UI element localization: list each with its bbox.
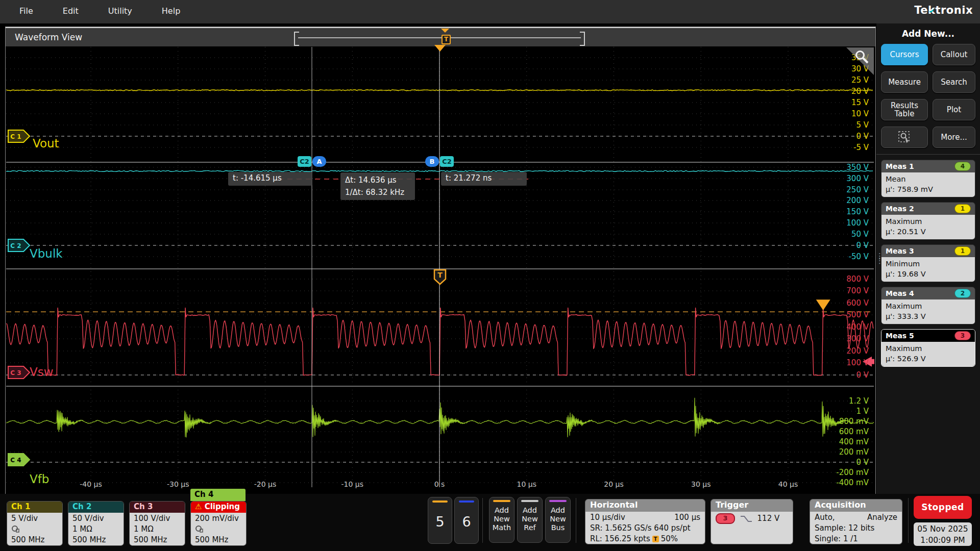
- channel-name-label-vsw[interactable]: Vsw: [30, 365, 54, 379]
- scale-label: 0 V: [826, 370, 869, 380]
- panel-drag-handle[interactable]: ⋮⋮: [876, 254, 884, 263]
- scale-label: 5 V: [826, 120, 869, 130]
- time-axis-label: 40 µs: [765, 480, 811, 488]
- scale-label: 600 V: [826, 298, 869, 308]
- scale-label: 15 V: [826, 98, 869, 107]
- scale-label: -200 mV: [826, 468, 869, 477]
- scale-label: 200 V: [826, 196, 869, 205]
- scale-label: 200 mV: [826, 447, 869, 457]
- scale-label: 400 mV: [826, 437, 869, 446]
- svg-text:C 3: C 3: [10, 369, 21, 377]
- cursor-a-source-badge[interactable]: C2: [298, 156, 311, 167]
- inv-delta-t-value: 1/Δt: 68.32 kHz: [345, 186, 410, 198]
- scale-label: 400 V: [826, 322, 869, 332]
- magnifier-icon[interactable]: [854, 49, 870, 65]
- scale-label: 600 mV: [826, 427, 869, 436]
- svg-text:T: T: [437, 271, 443, 279]
- svg-text:C 1: C 1: [10, 133, 21, 140]
- trigger-level-arrow-tail: [871, 359, 874, 364]
- svg-text:C 4: C 4: [10, 457, 21, 464]
- waveform-ch3-vsw: [6, 308, 873, 375]
- channel-name-label-vbulk[interactable]: Vbulk: [30, 247, 63, 260]
- scale-label: 800 mV: [826, 417, 869, 426]
- scale-label: 500 V: [826, 310, 869, 319]
- channel-badge-c4[interactable]: C 4: [7, 453, 31, 467]
- scale-label: 100 V: [826, 358, 869, 367]
- channel-name-label-vout[interactable]: Vout: [33, 137, 59, 150]
- time-axis-label: -20 µs: [242, 480, 288, 488]
- time-axis-label: -40 µs: [68, 480, 114, 488]
- scale-label: 1 V: [826, 407, 869, 416]
- scale-label: 300 V: [826, 174, 869, 183]
- delta-t-value: Δt: 14.636 µs: [345, 174, 410, 186]
- scale-label: 1.2 V: [826, 396, 869, 406]
- scale-label: 700 V: [826, 286, 869, 295]
- time-axis-label: 30 µs: [678, 480, 724, 488]
- scale-label: 25 V: [826, 76, 869, 85]
- scale-label: 0 V: [826, 241, 869, 250]
- scale-label: 100 V: [826, 218, 869, 228]
- cursor-b-time-readout[interactable]: t: 21.272 ns: [441, 172, 527, 186]
- channel-badge-c3[interactable]: C 3: [7, 365, 31, 380]
- scale-label: 50 V: [826, 230, 869, 239]
- cursor-b-badge[interactable]: B: [425, 156, 439, 167]
- scale-label: 20 V: [826, 87, 869, 96]
- scale-label: -50 V: [826, 252, 869, 261]
- scale-label: 150 V: [826, 207, 869, 216]
- svg-text:C 2: C 2: [10, 242, 21, 249]
- channel-name-label-vfb[interactable]: Vfb: [30, 472, 49, 486]
- cursor-a-time-readout[interactable]: t: -14.615 µs: [228, 172, 312, 186]
- time-axis-label: 0 s: [416, 480, 462, 488]
- scale-label: 10 V: [826, 109, 869, 118]
- trigger-t-flag-icon[interactable]: T: [433, 269, 447, 285]
- channel-badge-c1[interactable]: C 1: [7, 129, 31, 143]
- time-axis-label: 20 µs: [591, 480, 637, 488]
- scale-label: -5 V: [826, 143, 869, 152]
- trigger-position-triangle-icon[interactable]: [434, 45, 446, 52]
- scale-label: 0 V: [826, 458, 869, 467]
- time-axis-label: -10 µs: [329, 480, 375, 488]
- cursor-b-source-badge[interactable]: C2: [440, 156, 454, 167]
- scale-label: 800 V: [826, 274, 869, 284]
- scale-label: 300 V: [826, 334, 869, 343]
- cursor-delta-readout[interactable]: Δt: 14.636 µs 1/Δt: 68.32 kHz: [340, 172, 415, 200]
- scale-label: 350 V: [826, 163, 869, 172]
- time-axis-label: -30 µs: [155, 480, 201, 488]
- cursor-a-badge[interactable]: A: [312, 156, 326, 167]
- waveform-ch4-vfb: [6, 398, 874, 437]
- scale-label: -400 mV: [826, 478, 869, 487]
- scale-label: 0 V: [826, 132, 869, 141]
- time-axis-label: 10 µs: [504, 480, 550, 488]
- scale-label: 250 V: [826, 185, 869, 194]
- channel-badge-c2[interactable]: C 2: [7, 238, 31, 253]
- scale-label: 200 V: [826, 346, 869, 356]
